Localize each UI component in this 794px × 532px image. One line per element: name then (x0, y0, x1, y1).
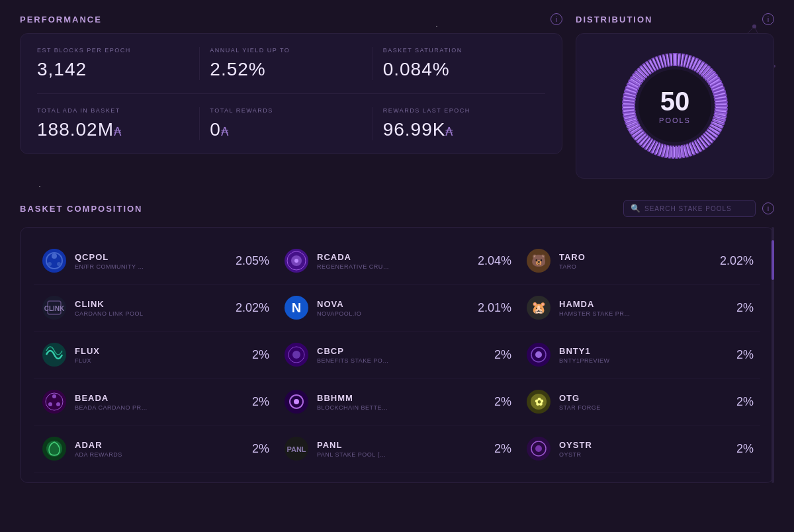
list-item[interactable]: ADAR ADA REWARDS 2% (34, 425, 276, 472)
pool-info: BBHMM BLOCKCHAIN BETTER HAV... (317, 393, 488, 411)
performance-info-icon[interactable]: i (551, 13, 562, 25)
pool-desc: HAMSTER STAKE PREVIEW ... (559, 310, 632, 317)
pools-label: POOLS (659, 116, 691, 124)
pool-info: ADAR ADA REWARDS (75, 440, 245, 458)
pool-avatar: ✿ (525, 388, 552, 416)
metrics-top-row: EST BLOCKS PER EPOCH 3,142 ANNUAL YIELD … (37, 47, 545, 94)
pool-percentage: 2% (494, 395, 511, 409)
pool-name: HAMDA (559, 299, 730, 309)
svg-point-21 (57, 262, 61, 266)
metric-rewards-last-epoch: REWARDS LAST EPOCH 96.99K₳ (373, 107, 545, 140)
basket-card: QCPOL EN/FR COMMUNITY FROM ... 2.05% RCA… (20, 227, 774, 483)
distribution-card: 50 POOLS (576, 33, 774, 179)
pool-avatar: 🐻 (525, 247, 552, 275)
pool-desc: BEADA CARDANO PREVIEW... (75, 404, 148, 411)
metric-est-blocks: EST BLOCKS PER EPOCH 3,142 (37, 47, 200, 80)
pool-info: CBCP BENEFITS STAKE POOL (317, 346, 488, 364)
metric-annual-yield-value: 2.52% (210, 59, 362, 80)
donut-chart: 50 POOLS (615, 46, 734, 165)
pool-avatar: CLINK (40, 294, 68, 322)
pool-name: RCADA (317, 252, 471, 262)
pool-desc: NOVAPOOL.IO (317, 310, 390, 317)
pool-percentage: 2% (252, 395, 269, 409)
pool-avatar (525, 435, 552, 463)
list-item[interactable]: BBHMM BLOCKCHAIN BETTER HAV... 2% (276, 378, 518, 425)
pool-name: BNTY1 (559, 346, 730, 356)
metric-basket-saturation-label: BASKET SATURATION (383, 47, 535, 54)
pool-grid: QCPOL EN/FR COMMUNITY FROM ... 2.05% RCA… (34, 238, 760, 472)
basket-info-icon[interactable]: i (762, 202, 774, 214)
pool-name: PANL (317, 440, 488, 450)
pool-percentage: 2% (252, 348, 269, 362)
pool-name: FLUX (75, 346, 245, 356)
pool-name: OYSTR (559, 440, 730, 450)
list-item[interactable]: QCPOL EN/FR COMMUNITY FROM ... 2.05% (34, 238, 276, 285)
pool-percentage: 2.05% (236, 254, 269, 268)
svg-point-25 (294, 259, 298, 263)
pool-avatar (40, 341, 68, 369)
svg-point-19 (52, 253, 57, 259)
list-item[interactable]: BEADA BEADA CARDANO PREVIEW... 2% (34, 378, 276, 425)
svg-point-49 (294, 399, 299, 404)
metric-annual-yield-label: ANNUAL YIELD UP TO (210, 47, 362, 54)
pool-info: RCADA REGENERATIVE CRUSADER... (317, 252, 471, 270)
metric-rewards-last-epoch-value: 96.99K₳ (383, 119, 535, 140)
pool-info: CLINK CARDANO LINK POOL (75, 299, 229, 317)
pool-desc: BNTY1PREVIEW (559, 357, 632, 364)
svg-text:N: N (292, 300, 301, 315)
search-box[interactable]: 🔍 SEARCH STAKE POOLS (623, 200, 756, 217)
svg-text:🐻: 🐻 (531, 253, 547, 268)
list-item[interactable]: BNTY1 BNTY1PREVIEW 2% (518, 332, 760, 378)
pool-name: ADAR (75, 440, 245, 450)
basket-card-wrapper: QCPOL EN/FR COMMUNITY FROM ... 2.05% RCA… (20, 227, 774, 483)
list-item[interactable]: OYSTR OYSTR 2% (518, 425, 760, 472)
pool-info: OTG STAR FORGE (559, 393, 730, 411)
list-item[interactable]: N NOVA NOVAPOOL.IO 2.01% (276, 285, 518, 332)
svg-point-41 (535, 351, 542, 358)
distribution-info-icon[interactable]: i (762, 13, 774, 25)
pool-percentage: 2% (736, 301, 754, 315)
pool-info: BEADA BEADA CARDANO PREVIEW... (75, 393, 245, 411)
scrollbar-track[interactable] (772, 227, 774, 483)
pool-avatar (283, 341, 310, 369)
pool-percentage: 2.02% (236, 301, 269, 315)
list-item[interactable]: 🐻 TARO TARO 2.02% (518, 238, 760, 285)
ada-symbol-0: ₳ (114, 125, 122, 138)
metric-total-ada: TOTAL ADA IN BASKET 188.02M₳ (37, 107, 200, 140)
list-item[interactable]: RCADA REGENERATIVE CRUSADER... 2.04% (276, 238, 518, 285)
metric-annual-yield: ANNUAL YIELD UP TO 2.52% (200, 47, 373, 80)
list-item[interactable]: ✿ OTG STAR FORGE 2% (518, 378, 760, 425)
pool-desc: ADA REWARDS (75, 451, 148, 458)
pool-info: TARO TARO (559, 252, 713, 270)
svg-point-46 (48, 402, 52, 406)
pool-info: PANL PANL STAKE POOL (PREVIE... (317, 440, 488, 458)
pool-desc: FLUX (75, 357, 148, 364)
svg-text:PANL: PANL (287, 445, 306, 453)
pool-info: QCPOL EN/FR COMMUNITY FROM ... (75, 252, 229, 270)
list-item[interactable]: CBCP BENEFITS STAKE POOL 2% (276, 332, 518, 378)
svg-point-44 (52, 394, 56, 398)
metric-est-blocks-label: EST BLOCKS PER EPOCH (37, 47, 189, 54)
pool-avatar: PANL (283, 435, 310, 463)
performance-title: PERFORMANCE (20, 15, 102, 24)
pool-percentage: 2.02% (720, 254, 754, 268)
list-item[interactable]: 🐹 HAMDA HAMSTER STAKE PREVIEW ... 2% (518, 285, 760, 332)
metric-basket-saturation: BASKET SATURATION 0.084% (373, 47, 545, 80)
pool-desc: BENEFITS STAKE POOL (317, 357, 390, 364)
pool-desc: EN/FR COMMUNITY FROM ... (75, 263, 148, 270)
donut-center: 50 POOLS (639, 69, 711, 142)
svg-text:✿: ✿ (535, 396, 544, 408)
pool-desc: PANL STAKE POOL (PREVIE... (317, 451, 390, 458)
scrollbar-thumb[interactable] (772, 240, 774, 280)
pool-percentage: 2% (494, 348, 511, 362)
list-item[interactable]: CLINK CLINK CARDANO LINK POOL 2.02% (34, 285, 276, 332)
pool-name: QCPOL (75, 252, 229, 262)
pool-avatar: N (283, 294, 310, 322)
distribution-panel: DISTRIBUTION i 50 POOLS (576, 13, 774, 180)
metric-basket-saturation-value: 0.084% (383, 59, 535, 80)
list-item[interactable]: PANL PANL PANL STAKE POOL (PREVIE... 2% (276, 425, 518, 472)
performance-panel: PERFORMANCE i EST BLOCKS PER EPOCH 3,142… (20, 13, 562, 180)
pools-count: 50 (660, 88, 690, 114)
pool-desc: STAR FORGE (559, 404, 632, 411)
list-item[interactable]: FLUX FLUX 2% (34, 332, 276, 378)
